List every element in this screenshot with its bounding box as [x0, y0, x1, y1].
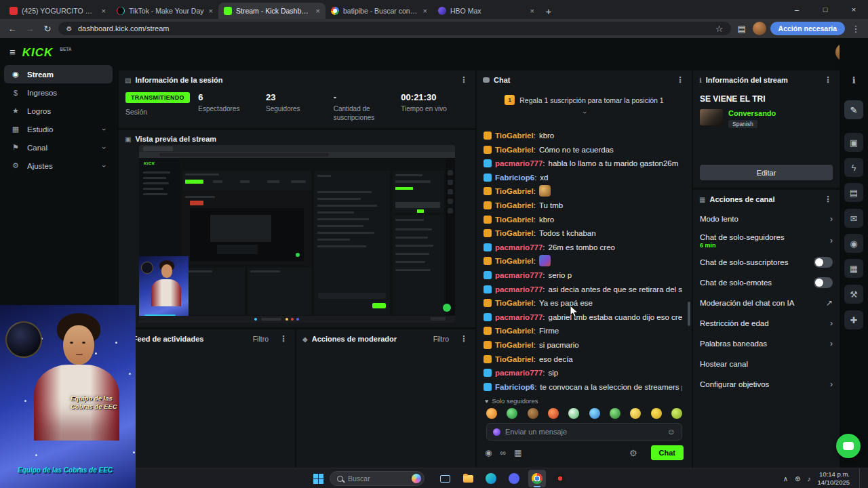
quick-emote-icon[interactable]: [486, 408, 497, 419]
action-followers-only[interactable]: Chat de solo-seguidores6 min›: [693, 229, 840, 252]
tab-tiktok[interactable]: TikTok - Make Your Day×: [111, 3, 218, 19]
tab-close-icon[interactable]: ×: [102, 7, 106, 15]
stream-preview-video[interactable]: KICK: [139, 145, 455, 323]
kebab-menu-icon[interactable]: ⋮: [458, 75, 469, 85]
kebab-menu-icon[interactable]: ⋮: [823, 75, 833, 85]
discord-icon[interactable]: [505, 470, 523, 487]
chat-username[interactable]: pacmario777: [495, 159, 542, 167]
filter-button[interactable]: Filtro: [433, 335, 449, 343]
chat-username[interactable]: TioGabriel: [495, 299, 534, 307]
action-banned-words[interactable]: Palabras baneadas›: [693, 333, 840, 354]
quick-emote-icon[interactable]: [610, 408, 620, 419]
kick-logo[interactable]: KICK: [22, 47, 54, 58]
network-icon[interactable]: ⊕: [795, 475, 800, 483]
side-panel-icon[interactable]: ▤: [735, 22, 749, 35]
action-ai-moderation[interactable]: Moderación del chat con IA↗: [693, 293, 840, 313]
tab-close-icon[interactable]: ×: [423, 7, 427, 15]
sidebar-item-estudio[interactable]: ▦Estudio›: [4, 120, 113, 138]
emotes-only-toggle[interactable]: [814, 277, 833, 288]
info-icon[interactable]: ℹ: [844, 70, 863, 89]
poll-icon[interactable]: ▦: [844, 259, 863, 278]
chat-username[interactable]: pacmario777: [495, 285, 542, 293]
sidebar-item-canal[interactable]: ⚑Canal›: [4, 138, 113, 157]
tab-close-icon[interactable]: ×: [316, 7, 320, 15]
chat-username[interactable]: TioGabriel: [495, 131, 534, 140]
tab-close-icon[interactable]: ×: [530, 7, 534, 15]
tab-kick-dashboard[interactable]: Stream - Kick Dashboard×: [218, 3, 326, 19]
shared-chat-icon[interactable]: ∞: [500, 448, 506, 458]
quick-emote-icon[interactable]: [651, 408, 662, 419]
quick-emote-icon[interactable]: [507, 408, 517, 419]
address-bar[interactable]: ⚙ dashboard.kick.com/stream ☆: [58, 22, 731, 35]
chat-username[interactable]: Fabriciop6: [495, 174, 534, 182]
chat-settings-gear-icon[interactable]: ⚙: [629, 448, 637, 458]
chat-messages[interactable]: TioGabriel:kbro TioGabriel:Cómo no te ac…: [484, 129, 682, 394]
chat-username[interactable]: TioGabriel: [495, 216, 534, 224]
new-tab-button[interactable]: +: [540, 3, 557, 19]
taskbar-search-input[interactable]: [348, 474, 407, 483]
edit-stream-info-button[interactable]: Editar: [700, 165, 833, 180]
category-thumbnail[interactable]: [700, 109, 723, 125]
site-settings-icon[interactable]: ⚙: [65, 22, 73, 35]
collapse-pinned-icon[interactable]: ›: [477, 108, 692, 117]
emoji-picker-icon[interactable]: ☺: [667, 427, 675, 436]
chat-username[interactable]: TioGabriel: [495, 327, 534, 335]
window-minimize-button[interactable]: –: [783, 0, 811, 19]
reload-icon[interactable]: ↻: [41, 22, 54, 35]
quick-actions-icon[interactable]: ϟ: [844, 158, 863, 177]
chat-username[interactable]: TioGabriel: [495, 341, 534, 349]
filter-button[interactable]: Filtro: [253, 335, 269, 343]
chat-username[interactable]: pacmario777: [495, 313, 542, 321]
kebab-menu-icon[interactable]: ⋮: [823, 195, 833, 204]
show-desktop-button[interactable]: [859, 468, 861, 488]
kick-emote-icon[interactable]: [493, 428, 500, 436]
send-chat-button[interactable]: Chat: [651, 445, 684, 460]
action-host-channel[interactable]: Hostear canal: [693, 354, 840, 374]
tab-close-icon[interactable]: ×: [209, 7, 213, 15]
window-close-button[interactable]: ×: [840, 0, 868, 19]
edit-icon[interactable]: ✎: [844, 100, 863, 119]
kebab-menu-icon[interactable]: ⋮: [458, 334, 469, 344]
schedule-icon[interactable]: ▦: [514, 448, 521, 458]
action-age-restriction[interactable]: Restricción de edad›: [693, 313, 840, 333]
chat-username[interactable]: TioGabriel: [495, 355, 534, 363]
action-subscribers-only[interactable]: Chat de solo-suscriptores: [693, 252, 840, 272]
tab-hbo-max[interactable]: HBO Max×: [433, 3, 540, 19]
file-explorer-icon[interactable]: [459, 470, 477, 487]
copilot-icon[interactable]: [412, 474, 421, 483]
broadcast-icon[interactable]: ◉: [844, 234, 863, 253]
sidebar-item-ingresos[interactable]: $Ingresos: [4, 83, 113, 102]
tab-google-search[interactable]: batipibe - Buscar con Google×: [326, 3, 433, 19]
taskbar-search[interactable]: [330, 471, 425, 486]
browser-menu-icon[interactable]: ⋮: [849, 22, 863, 35]
action-emotes-only[interactable]: Chat de solo-emotes: [693, 272, 840, 293]
sidebar-item-stream[interactable]: ◉Stream: [4, 65, 113, 83]
forward-icon[interactable]: →: [23, 22, 37, 35]
windows-start-icon[interactable]: [313, 474, 323, 484]
pinned-gift-message[interactable]: 1 Regala 1 suscripción para tomar la pos…: [477, 89, 692, 108]
quick-emote-icon[interactable]: [568, 408, 579, 419]
tray-expand-icon[interactable]: ∧: [783, 475, 788, 483]
task-view-icon[interactable]: [436, 470, 454, 487]
category-link[interactable]: Conversando: [728, 109, 776, 117]
hamburger-menu-icon[interactable]: ≡: [9, 47, 16, 57]
opera-gx-icon[interactable]: [551, 470, 569, 487]
sidebar-item-logros[interactable]: ★Logros: [4, 102, 113, 120]
volume-icon[interactable]: ♪: [807, 475, 810, 483]
chat-username[interactable]: TioGabriel: [495, 257, 534, 265]
chat-username[interactable]: TioGabriel: [495, 201, 534, 209]
edge-icon[interactable]: [482, 470, 500, 487]
tools-icon[interactable]: ⚒: [844, 285, 863, 304]
subscribers-only-toggle[interactable]: [814, 257, 833, 268]
chat-scrollbar[interactable]: [688, 302, 690, 326]
chrome-icon-active[interactable]: [528, 470, 546, 487]
chat-username[interactable]: pacmario777: [495, 369, 542, 377]
guides-icon[interactable]: ▤: [844, 183, 863, 202]
kebab-menu-icon[interactable]: ⋮: [675, 75, 686, 85]
invite-icon[interactable]: ✚: [844, 310, 863, 329]
bookmark-star-icon[interactable]: ☆: [715, 22, 724, 35]
sidebar-item-ajustes[interactable]: ⚙Ajustes›: [4, 157, 113, 175]
support-chat-bubble[interactable]: [836, 434, 861, 458]
window-maximize-button[interactable]: □: [811, 0, 840, 19]
action-configure-goals[interactable]: Configurar objetivos›: [693, 374, 840, 394]
